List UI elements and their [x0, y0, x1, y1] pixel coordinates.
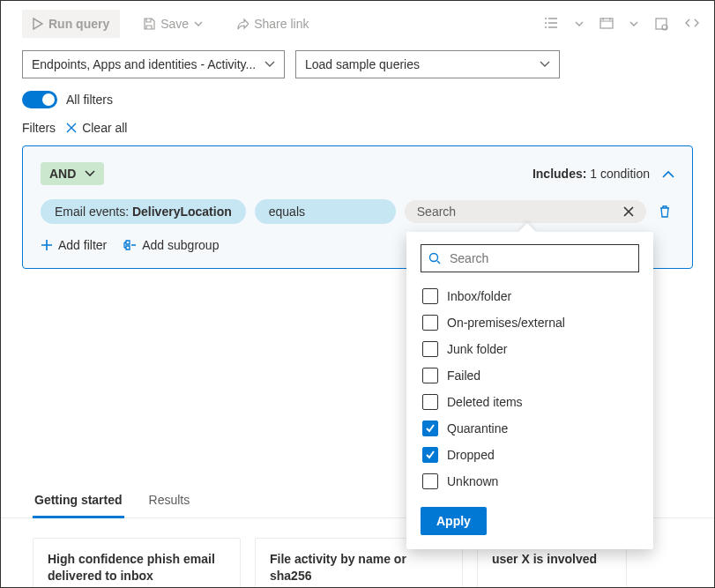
popover-option[interactable]: Deleted items — [421, 389, 639, 415]
card-title: High confidence phish email delivered to… — [48, 552, 215, 583]
popover-option[interactable]: Failed — [421, 362, 639, 389]
code-icon[interactable] — [684, 17, 700, 31]
field-pill[interactable]: Email events: DeliveryLocation — [41, 199, 246, 224]
chevron-down-icon — [85, 170, 95, 177]
schema-icon[interactable] — [654, 17, 668, 31]
top-toolbar: Run query Save Share link — [1, 1, 714, 47]
popover-search[interactable] — [421, 244, 639, 272]
collapse-icon[interactable] — [662, 170, 674, 178]
add-subgroup-label: Add subgroup — [142, 238, 219, 252]
run-query-label: Run query — [48, 17, 109, 31]
share-label: Share link — [254, 17, 309, 31]
checkbox[interactable] — [422, 315, 438, 331]
chevron-down-icon — [540, 61, 550, 68]
option-label: Quarantine — [447, 421, 508, 435]
add-filter-button[interactable]: Add filter — [41, 238, 107, 252]
logic-operator-label: AND — [49, 167, 76, 181]
popover-option[interactable]: Junk folder — [421, 336, 639, 362]
tab-label: Results — [149, 493, 190, 507]
checkbox[interactable] — [422, 394, 438, 410]
card-title: user X is involved — [492, 552, 597, 566]
tab-results[interactable]: Results — [147, 484, 192, 517]
checkbox[interactable] — [422, 421, 438, 436]
search-icon — [428, 252, 441, 264]
popover-search-input[interactable] — [448, 250, 631, 266]
tab-getting-started[interactable]: Getting started — [33, 484, 124, 518]
plus-icon — [41, 239, 53, 251]
filter-group-header: AND Includes: 1 condition — [41, 162, 674, 185]
popover-option[interactable]: On-premises/external — [421, 309, 639, 336]
checkbox[interactable] — [422, 368, 438, 383]
all-filters-label: All filters — [66, 93, 113, 107]
filters-header: Filters Clear all — [1, 121, 714, 145]
clear-value-icon[interactable] — [623, 206, 634, 217]
checkbox[interactable] — [422, 288, 438, 304]
scope-row: Endpoints, Apps and identities - Activit… — [1, 47, 714, 87]
field-prefix: Email events: — [55, 205, 129, 219]
add-subgroup-button[interactable]: Add subgroup — [123, 238, 219, 252]
includes-prefix: Includes: — [533, 167, 586, 181]
svg-rect-0 — [600, 19, 613, 28]
apply-button[interactable]: Apply — [421, 507, 487, 535]
condition-summary: Includes: 1 condition — [533, 167, 674, 181]
clear-all-button[interactable]: Clear all — [66, 121, 127, 135]
scope-select[interactable]: Endpoints, Apps and identities - Activit… — [22, 50, 285, 78]
all-filters-toggle[interactable] — [22, 91, 57, 108]
all-filters-row: All filters — [1, 87, 714, 121]
option-label: Dropped — [447, 448, 495, 462]
field-value: DeliveryLocation — [132, 205, 232, 219]
filters-title: Filters — [22, 121, 56, 135]
checkbox[interactable] — [422, 447, 438, 463]
close-icon — [66, 123, 77, 133]
save-icon — [143, 18, 155, 30]
popover-options: Inbox/folderOn-premises/externalJunk fol… — [421, 283, 639, 495]
svg-point-3 — [430, 254, 438, 262]
svg-rect-1 — [656, 19, 667, 29]
chevron-down-icon — [264, 61, 275, 68]
popover-option[interactable]: Unknown — [421, 468, 639, 495]
popover-option[interactable]: Quarantine — [421, 415, 639, 442]
operator-label: equals — [269, 205, 305, 219]
play-icon — [33, 18, 43, 30]
option-label: Inbox/folder — [447, 289, 511, 303]
option-label: Failed — [447, 368, 480, 383]
delete-condition-button[interactable] — [655, 205, 674, 219]
scope-label: Endpoints, Apps and identities - Activit… — [32, 57, 256, 71]
value-picker-popover: Inbox/folderOn-premises/externalJunk fol… — [406, 232, 653, 549]
apply-label: Apply — [436, 514, 471, 528]
condition-row: Email events: DeliveryLocation equals Se… — [41, 199, 674, 224]
card-title: File activity by name or sha256 — [270, 552, 406, 583]
chevron-down-icon[interactable] — [629, 21, 638, 26]
includes-count: 1 condition — [590, 167, 650, 181]
option-label: Deleted items — [447, 395, 523, 409]
save-button[interactable]: Save — [132, 10, 213, 38]
sample-queries-label: Load sample queries — [305, 57, 420, 71]
share-icon — [236, 18, 249, 30]
option-label: Unknown — [447, 474, 498, 488]
checkbox[interactable] — [422, 341, 438, 357]
chevron-down-icon — [194, 21, 203, 26]
option-label: Junk folder — [447, 342, 507, 356]
tab-label: Getting started — [34, 493, 123, 507]
chevron-down-icon[interactable] — [575, 21, 584, 26]
clear-all-label: Clear all — [82, 121, 127, 135]
run-query-button[interactable]: Run query — [22, 10, 120, 38]
popover-option[interactable]: Dropped — [421, 442, 639, 468]
value-search-pill[interactable]: Search — [405, 200, 646, 223]
option-label: On-premises/external — [447, 316, 565, 330]
sample-queries-select[interactable]: Load sample queries — [295, 50, 560, 78]
calendar-icon[interactable] — [600, 17, 614, 31]
list-view-icon[interactable] — [543, 17, 559, 31]
share-link-button[interactable]: Share link — [226, 10, 319, 38]
popover-option[interactable]: Inbox/folder — [421, 283, 639, 309]
checkbox[interactable] — [422, 473, 438, 489]
value-placeholder: Search — [417, 205, 456, 219]
add-filter-label: Add filter — [58, 238, 107, 252]
save-label: Save — [160, 17, 189, 31]
sample-card[interactable]: High confidence phish email delivered to… — [33, 538, 241, 588]
logic-operator-select[interactable]: AND — [41, 162, 104, 185]
subgroup-icon — [123, 239, 137, 251]
toolbar-right — [543, 17, 700, 31]
operator-pill[interactable]: equals — [255, 199, 396, 224]
